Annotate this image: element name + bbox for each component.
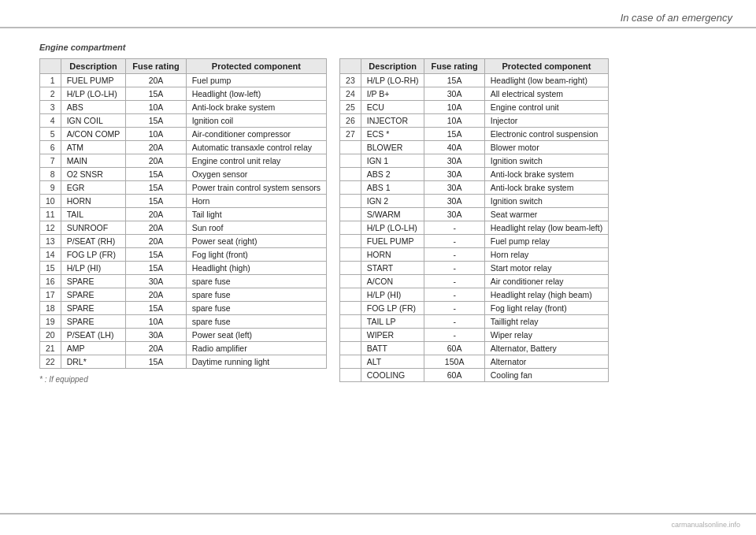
row-component: Engine control unit relay xyxy=(186,154,326,168)
row-fuse: 20A xyxy=(126,342,186,355)
table-row: 10 HORN 15A Horn xyxy=(40,195,327,208)
row-component: Air conditioner relay xyxy=(484,275,608,288)
row-num xyxy=(340,262,361,275)
row-fuse: 40A xyxy=(424,141,484,154)
row-fuse: 20A xyxy=(126,208,186,221)
row-desc: BATT xyxy=(361,342,424,355)
row-desc: ABS 1 xyxy=(361,181,424,195)
table-row: 27 ECS * 15A Electronic control suspensi… xyxy=(340,128,609,141)
row-fuse: 30A xyxy=(424,168,484,181)
row-component: Start motor relay xyxy=(484,262,608,275)
table-row: 21 AMP 20A Radio amplifier xyxy=(40,342,327,355)
table-row: IGN 1 30A Ignition switch xyxy=(340,154,609,168)
row-desc: H/LP (LO-RH) xyxy=(361,74,424,87)
row-num xyxy=(340,181,361,195)
table-row: 6 ATM 20A Automatic transaxle control re… xyxy=(40,141,327,154)
row-num: 26 xyxy=(340,114,361,128)
row-desc: ABS 2 xyxy=(361,168,424,181)
row-component: Anti-lock brake system xyxy=(484,168,608,181)
row-num: 4 xyxy=(40,114,61,128)
footnote: * : If equipped xyxy=(39,375,327,384)
row-component: Air-conditioner compressor xyxy=(186,128,326,141)
row-fuse: - xyxy=(424,302,484,315)
row-fuse: 10A xyxy=(126,315,186,329)
row-fuse: 30A xyxy=(424,208,484,221)
table-row: 22 DRL* 15A Daytime running light xyxy=(40,355,327,369)
row-fuse: 30A xyxy=(424,87,484,101)
row-fuse: 15A xyxy=(424,74,484,87)
row-fuse: - xyxy=(424,288,484,302)
row-num xyxy=(340,369,361,382)
row-fuse: 150A xyxy=(424,355,484,369)
row-desc: BLOWER xyxy=(361,141,424,154)
row-fuse: 20A xyxy=(126,154,186,168)
left-col-component: Protected component xyxy=(186,59,326,74)
row-fuse: 15A xyxy=(126,355,186,369)
row-component: Oxygen sensor xyxy=(186,168,326,181)
row-fuse: 30A xyxy=(424,195,484,208)
row-desc: ECU xyxy=(361,101,424,114)
table-row: 25 ECU 10A Engine control unit xyxy=(340,101,609,114)
row-fuse: 20A xyxy=(126,74,186,87)
row-component: Horn xyxy=(186,195,326,208)
row-fuse: 30A xyxy=(126,275,186,288)
row-num xyxy=(340,315,361,329)
row-component: Ignition coil xyxy=(186,114,326,128)
table-row: H/LP (LO-LH) - Headlight relay (low beam… xyxy=(340,221,609,235)
row-num: 27 xyxy=(340,128,361,141)
row-component: Headlight (low beam-right) xyxy=(484,74,608,87)
right-table: Description Fuse rating Protected compon… xyxy=(339,58,609,382)
row-component: Fuel pump xyxy=(186,74,326,87)
row-num: 9 xyxy=(40,181,61,195)
table-row: COOLING 60A Cooling fan xyxy=(340,369,609,382)
row-num: 18 xyxy=(40,302,61,315)
table-row: 5 A/CON COMP 10A Air-conditioner compres… xyxy=(40,128,327,141)
row-desc: H/LP (HI) xyxy=(61,262,126,275)
row-num: 19 xyxy=(40,315,61,329)
row-component: Taillight relay xyxy=(484,315,608,329)
row-fuse: 20A xyxy=(126,221,186,235)
row-num: 8 xyxy=(40,168,61,181)
row-component: Power seat (left) xyxy=(186,329,326,342)
row-desc: IGN 1 xyxy=(361,154,424,168)
row-component: Ignition switch xyxy=(484,154,608,168)
page-title: In case of an emergency xyxy=(621,12,732,24)
row-desc: I/P B+ xyxy=(361,87,424,101)
row-desc: H/LP (LO-LH) xyxy=(61,87,126,101)
row-fuse: 10A xyxy=(126,101,186,114)
content-area: Engine compartment Description Fuse rati… xyxy=(0,28,756,399)
section-title: Engine compartment xyxy=(39,43,732,52)
row-num: 23 xyxy=(340,74,361,87)
row-desc: SUNROOF xyxy=(61,221,126,235)
row-fuse: 15A xyxy=(126,181,186,195)
row-component: All electrical system xyxy=(484,87,608,101)
bottom-bar: carmanualsonline.info xyxy=(0,513,756,535)
row-desc: TAIL LP xyxy=(361,315,424,329)
row-component: Blower motor xyxy=(484,141,608,154)
row-num xyxy=(340,329,361,342)
row-num xyxy=(340,221,361,235)
row-fuse: 15A xyxy=(126,168,186,181)
table-row: 17 SPARE 20A spare fuse xyxy=(40,288,327,302)
right-table-container: Description Fuse rating Protected compon… xyxy=(339,58,609,382)
row-fuse: 20A xyxy=(126,235,186,248)
table-row: FUEL PUMP - Fuel pump relay xyxy=(340,235,609,248)
row-fuse: - xyxy=(424,275,484,288)
row-fuse: - xyxy=(424,248,484,262)
table-row: 14 FOG LP (FR) 15A Fog light (front) xyxy=(40,248,327,262)
row-fuse: 15A xyxy=(126,195,186,208)
left-table: Description Fuse rating Protected compon… xyxy=(39,58,327,369)
row-fuse: 15A xyxy=(126,302,186,315)
row-fuse: 15A xyxy=(126,248,186,262)
row-fuse: - xyxy=(424,329,484,342)
table-row: 20 P/SEAT (LH) 30A Power seat (left) xyxy=(40,329,327,342)
row-component: Ignition switch xyxy=(484,195,608,208)
row-num: 17 xyxy=(40,288,61,302)
row-num: 1 xyxy=(40,74,61,87)
row-num: 15 xyxy=(40,262,61,275)
row-component: Radio amplifier xyxy=(186,342,326,355)
row-desc: FUEL PUMP xyxy=(61,74,126,87)
row-component: Fuel pump relay xyxy=(484,235,608,248)
row-num: 12 xyxy=(40,221,61,235)
row-desc: DRL* xyxy=(61,355,126,369)
